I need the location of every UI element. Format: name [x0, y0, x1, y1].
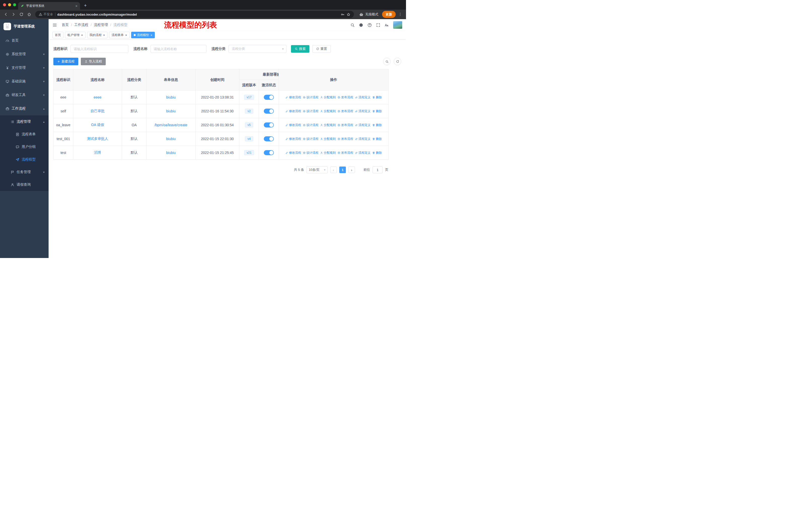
security-status[interactable]: 不安全	[39, 12, 53, 17]
action-publish[interactable]: 发布流程	[338, 137, 353, 141]
form-info-link[interactable]: biubiu	[166, 95, 175, 99]
action-publish[interactable]: 发布流程	[338, 123, 353, 127]
reset-button[interactable]: 重置	[312, 45, 331, 53]
bookmark-star-icon[interactable]	[347, 12, 350, 17]
refresh-table-button[interactable]	[394, 58, 401, 65]
action-publish[interactable]: 发布流程	[338, 109, 353, 113]
form-info-link[interactable]: biubiu	[166, 151, 175, 155]
form-info-link[interactable]: biubiu	[166, 137, 175, 141]
key-input[interactable]	[70, 45, 128, 53]
header-search-icon[interactable]	[350, 23, 355, 27]
category-select[interactable]: 流程分类 ▾	[229, 45, 286, 53]
action-delete[interactable]: 删除	[372, 151, 382, 155]
tab-tag-2[interactable]: 我的流程×	[87, 32, 108, 38]
action-edit[interactable]: 修改流程	[285, 95, 301, 100]
action-delete[interactable]: 删除	[372, 137, 382, 141]
action-assign[interactable]: 分配规则	[320, 151, 336, 155]
browser-tab[interactable]: 芋道管理系统 ×	[18, 2, 80, 9]
font-size-icon[interactable]	[385, 23, 389, 27]
action-definition[interactable]: 流程定义	[355, 95, 371, 100]
sidebar-item-4[interactable]: 研发工具▾	[0, 88, 49, 102]
model-name-link[interactable]: OA 请假	[91, 123, 104, 127]
action-design[interactable]: 设计流程	[303, 151, 318, 155]
sidebar-item-8[interactable]: 用户分组	[0, 141, 49, 153]
tab-tag-4[interactable]: 流程模型×	[131, 32, 155, 38]
back-button[interactable]	[2, 11, 9, 18]
action-assign[interactable]: 分配规则	[320, 95, 336, 100]
active-toggle[interactable]	[264, 123, 274, 128]
active-toggle[interactable]	[264, 136, 274, 141]
breadcrumb-item[interactable]: 流程管理	[94, 23, 108, 27]
window-zoom-button[interactable]	[13, 3, 16, 6]
active-toggle[interactable]	[264, 150, 274, 155]
active-toggle[interactable]	[264, 95, 274, 100]
home-button[interactable]	[26, 11, 32, 18]
action-assign[interactable]: 分配规则	[320, 123, 336, 127]
search-button[interactable]: 搜索	[291, 45, 309, 53]
sidebar-item-11[interactable]: 请假查询	[0, 179, 49, 191]
model-name-link[interactable]: 测试多审批人	[87, 137, 108, 141]
model-name-link[interactable]: eeee	[94, 95, 102, 99]
sidebar-item-7[interactable]: 流程表单	[0, 128, 49, 141]
sidebar-item-2[interactable]: 支付管理▾	[0, 61, 49, 75]
create-model-button[interactable]: 新建流程	[53, 58, 78, 65]
action-edit[interactable]: 修改流程	[285, 123, 301, 127]
action-edit[interactable]: 修改流程	[285, 137, 301, 141]
breadcrumb-item[interactable]: 首页	[62, 23, 69, 27]
form-info-link[interactable]: /bpm/oa/leave/create	[154, 123, 187, 127]
action-publish[interactable]: 发布流程	[338, 95, 353, 100]
close-icon[interactable]: ×	[125, 33, 127, 37]
tab-close-icon[interactable]: ×	[75, 4, 78, 8]
model-name-link[interactable]: 滔博	[94, 151, 101, 155]
action-edit[interactable]: 修改流程	[285, 151, 301, 155]
prev-page-button[interactable]: ‹	[330, 166, 337, 173]
window-minimize-button[interactable]	[8, 3, 11, 6]
goto-page-input[interactable]	[373, 166, 383, 173]
sidebar-item-3[interactable]: 基础设施▾	[0, 75, 49, 88]
action-delete[interactable]: 删除	[372, 95, 382, 100]
reload-button[interactable]	[18, 11, 25, 18]
action-definition[interactable]: 流程定义	[355, 109, 371, 113]
action-definition[interactable]: 流程定义	[355, 151, 371, 155]
model-name-link[interactable]: 自己审批	[91, 109, 105, 113]
action-design[interactable]: 设计流程	[303, 123, 318, 127]
close-icon[interactable]: ×	[81, 33, 83, 37]
tab-tag-0[interactable]: 首页	[52, 32, 63, 38]
form-info-link[interactable]: biubiu	[166, 109, 175, 113]
breadcrumb-item[interactable]: 工作流程	[74, 23, 88, 27]
show-search-button[interactable]	[383, 58, 390, 65]
new-tab-button[interactable]: +	[82, 2, 89, 9]
help-icon[interactable]	[368, 23, 372, 27]
fullscreen-icon[interactable]	[376, 23, 380, 27]
import-model-button[interactable]: 导入流程	[81, 58, 106, 65]
update-button[interactable]: 更新	[382, 11, 396, 18]
key-icon[interactable]	[341, 12, 345, 17]
close-icon[interactable]: ×	[103, 33, 105, 37]
browser-menu-button[interactable]	[397, 11, 404, 18]
github-icon[interactable]	[359, 23, 363, 27]
sidebar-item-0[interactable]: 首页	[0, 34, 49, 47]
name-input[interactable]	[150, 45, 206, 53]
breadcrumb-item[interactable]: 流程模型	[114, 23, 127, 27]
sidebar-item-6[interactable]: 流程管理▴	[0, 115, 49, 128]
sidebar-item-5[interactable]: 工作流程▴	[0, 102, 49, 115]
action-assign[interactable]: 分配规则	[320, 109, 336, 113]
action-design[interactable]: 设计流程	[303, 95, 318, 100]
active-toggle[interactable]	[264, 109, 274, 114]
action-publish[interactable]: 发布流程	[338, 151, 353, 155]
tab-tag-1[interactable]: 租户管理×	[65, 32, 86, 38]
close-icon[interactable]: ×	[150, 33, 152, 37]
next-page-button[interactable]: ›	[348, 166, 355, 173]
sidebar-item-9[interactable]: 流程模型	[0, 153, 49, 166]
window-close-button[interactable]	[3, 3, 6, 6]
action-edit[interactable]: 修改流程	[285, 109, 301, 113]
sidebar-collapse-button[interactable]	[52, 23, 57, 27]
action-assign[interactable]: 分配规则	[320, 137, 336, 141]
action-definition[interactable]: 流程定义	[355, 123, 371, 127]
user-avatar[interactable]	[393, 21, 402, 29]
sidebar-item-1[interactable]: 系统管理▾	[0, 47, 49, 61]
sidebar-item-10[interactable]: 任务管理▾	[0, 166, 49, 179]
action-delete[interactable]: 删除	[372, 123, 382, 127]
page-size-select[interactable]: 10条/页 ▾	[307, 166, 328, 173]
action-delete[interactable]: 删除	[372, 109, 382, 113]
